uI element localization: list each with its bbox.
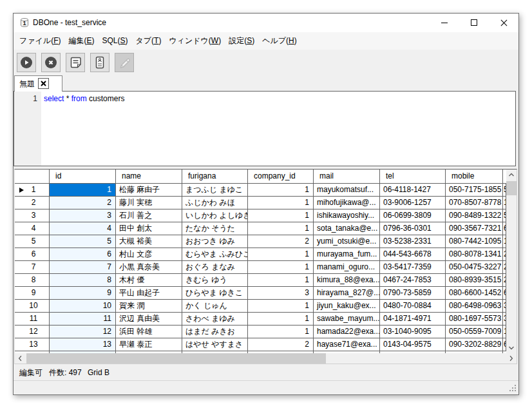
cell-furigana[interactable]: きむら ゆう	[182, 274, 248, 287]
cell-tel[interactable]: 0480-70-0884	[380, 300, 446, 313]
cell-num[interactable]: 12	[15, 325, 50, 338]
tab-untitled[interactable]: 無題	[14, 75, 62, 92]
cell-mail[interactable]: sota_tanaka@e...	[314, 222, 380, 235]
cell-mail[interactable]: jiyun_kaku@ex...	[314, 300, 380, 313]
cell-mail[interactable]: kimura_88@exa...	[314, 274, 380, 287]
cell-company_id[interactable]: 1	[248, 222, 314, 235]
cell-furigana[interactable]: おおつき ゆみ	[182, 235, 248, 248]
cell-num[interactable]: 10	[15, 300, 50, 313]
cell-company_id[interactable]: 1	[248, 261, 314, 274]
cell-num[interactable]: 8	[15, 274, 50, 287]
cell-num[interactable]: 2	[15, 197, 50, 209]
cell-name[interactable]: 沢辺 真由美	[116, 313, 182, 325]
cell-name[interactable]: 平山 由起子	[116, 287, 182, 300]
cell-num[interactable]: 3	[15, 209, 50, 222]
tab-close-button[interactable]	[38, 78, 49, 89]
cell-id[interactable]: 5	[50, 235, 116, 248]
cell-id[interactable]: 12	[50, 325, 116, 338]
scroll-right-icon[interactable]	[506, 353, 517, 364]
cell-id[interactable]: 6	[50, 248, 116, 261]
cell-furigana[interactable]: かく じゅん	[182, 300, 248, 313]
menu-item-6[interactable]: ヘルプ(H)	[258, 32, 301, 49]
maximize-button[interactable]	[459, 14, 489, 32]
cell-num[interactable]: 9	[15, 287, 50, 300]
cell-furigana[interactable]: さわべ まゆみ	[182, 313, 248, 325]
cell-mail[interactable]: manami_oguro...	[314, 261, 380, 274]
cell-mobile[interactable]: 050-7175-1855	[446, 184, 503, 197]
cell-furigana[interactable]: むらやま ふみひこ	[182, 248, 248, 261]
resize-grip[interactable]	[508, 384, 517, 393]
cell-id[interactable]: 10	[50, 300, 116, 313]
cell-mail[interactable]: mayukomatsuf...	[314, 184, 380, 197]
cell-company_id[interactable]: 1	[248, 313, 314, 325]
cell-tel[interactable]: 0467-24-7853	[380, 274, 446, 287]
cell-mobile[interactable]: 080-8939-3515	[446, 274, 503, 287]
cell-num[interactable]: 7	[15, 261, 50, 274]
cell-mail[interactable]: sawabe_mayum...	[314, 313, 380, 325]
cell-id[interactable]: 3	[50, 209, 116, 222]
minimize-button[interactable]	[430, 14, 459, 32]
menu-item-2[interactable]: SQL(S)	[98, 32, 131, 49]
cell-tel[interactable]: 0143-04-9575	[380, 338, 446, 351]
cell-tel[interactable]: 0790-73-5859	[380, 287, 446, 300]
note-button[interactable]	[66, 53, 85, 72]
cell-mobile[interactable]: 080-1697-5573	[446, 313, 503, 325]
column-header-id[interactable]: id	[50, 170, 116, 184]
cell-company_id[interactable]: 1	[248, 274, 314, 287]
menu-item-5[interactable]: 設定(S)	[225, 32, 258, 49]
grid-corner-header[interactable]	[15, 170, 50, 184]
cell-furigana[interactable]: ふじかわ みほ	[182, 197, 248, 209]
edit-button[interactable]	[115, 53, 134, 72]
cell-name[interactable]: 小黒 真奈美	[116, 261, 182, 274]
cell-tel[interactable]: 06-4118-1427	[380, 184, 446, 197]
cell-mail[interactable]: ishikawayoshiy...	[314, 209, 380, 222]
cell-company_id[interactable]: 1	[248, 209, 314, 222]
cell-id[interactable]: 4	[50, 222, 116, 235]
scroll-up-icon[interactable]	[506, 170, 517, 180]
cell-tel[interactable]: 03-5238-2331	[380, 235, 446, 248]
cell-company_id[interactable]: 2	[248, 235, 314, 248]
cell-furigana[interactable]: いしかわ よしゆき	[182, 209, 248, 222]
scroll-left-icon[interactable]	[15, 353, 26, 364]
cell-mail[interactable]: hamada22@exa...	[314, 325, 380, 338]
column-header-name[interactable]: name	[116, 170, 182, 184]
cell-num[interactable]: 4	[15, 222, 50, 235]
cell-name[interactable]: 田中 創太	[116, 222, 182, 235]
cell-mobile[interactable]: 080-7442-1095	[446, 235, 503, 248]
scroll-down-icon[interactable]	[506, 342, 517, 353]
cell-mail[interactable]: yumi_otsuki@e...	[314, 235, 380, 248]
cell-mobile[interactable]: 090-3567-7321	[446, 222, 503, 235]
cell-mobile[interactable]: 050-0475-3227	[446, 261, 503, 274]
cell-furigana[interactable]: はやせ やすまさ	[182, 338, 248, 351]
cell-name[interactable]: 松藤 麻由子	[116, 184, 182, 197]
close-button[interactable]	[489, 14, 518, 32]
menu-item-0[interactable]: ファイル(F)	[15, 32, 64, 49]
cell-num[interactable]: 6	[15, 248, 50, 261]
cell-name[interactable]: 村山 文彦	[116, 248, 182, 261]
cell-id[interactable]: 7	[50, 261, 116, 274]
cell-company_id[interactable]: 1	[248, 325, 314, 338]
cell-furigana[interactable]: たなか そうた	[182, 222, 248, 235]
sql-editor[interactable]: 1 select * from customers	[14, 91, 516, 166]
menu-item-3[interactable]: タブ(T)	[132, 32, 166, 49]
cell-mobile[interactable]: 070-8507-8778	[446, 197, 503, 209]
cell-id[interactable]: 11	[50, 313, 116, 325]
cell-name[interactable]: 石川 善之	[116, 209, 182, 222]
cell-mobile[interactable]: 080-6498-0963	[446, 300, 503, 313]
execute-button[interactable]	[17, 53, 36, 72]
cell-id[interactable]: 13	[50, 338, 116, 351]
cell-mobile[interactable]: 090-8489-1322	[446, 209, 503, 222]
cell-company_id[interactable]: 1	[248, 197, 314, 209]
cell-num[interactable]: 13	[15, 338, 50, 351]
cell-id[interactable]: 2	[50, 197, 116, 209]
cell-id[interactable]: 8	[50, 274, 116, 287]
cell-name[interactable]: 大槻 裕美	[116, 235, 182, 248]
cell-furigana[interactable]: はまだ みきお	[182, 325, 248, 338]
cell-name[interactable]: 木村 優	[116, 274, 182, 287]
cell-company_id[interactable]: 1	[248, 248, 314, 261]
cell-company_id[interactable]: 3	[248, 287, 314, 300]
script-button[interactable]	[90, 53, 109, 72]
cell-mobile[interactable]: 080-6600-1452	[446, 287, 503, 300]
cell-name[interactable]: 賀来 潤	[116, 300, 182, 313]
cell-tel[interactable]: 0796-36-0301	[380, 222, 446, 235]
